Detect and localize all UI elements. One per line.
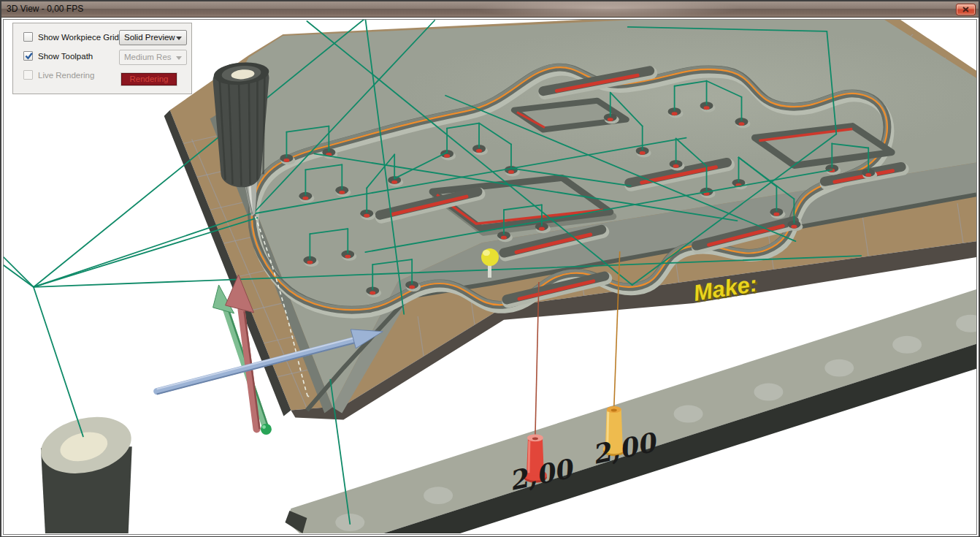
close-icon [962,7,969,12]
3d-scene: Make: Make: [4,20,976,534]
live-rendering-label: Live Rendering [38,70,94,80]
window-title: 3D View - 0,00 FPS [1,1,979,17]
title-bar[interactable]: 3D View - 0,00 FPS [1,1,979,18]
3d-view-window: 3D View - 0,00 FPS [0,0,980,537]
chevron-down-icon [176,56,182,60]
endmill-tool [35,408,137,533]
preview-mode-value: Solid Preview [124,33,175,42]
view-options-panel: Show Workpiece Grid Show Toolpath Live R… [12,23,192,94]
chevron-down-icon [176,37,182,40]
show-toolpath-checkbox[interactable] [23,51,33,61]
live-rendering-checkbox [23,70,33,80]
window-content: Make: Make: [1,18,979,536]
show-workpiece-grid-checkbox[interactable] [23,32,33,42]
check-icon [24,51,34,61]
preview-mode-dropdown[interactable]: Solid Preview [119,30,187,45]
rendering-button[interactable]: Rendering [120,72,177,86]
resolution-dropdown: Medium Res [119,50,187,65]
resolution-value: Medium Res [124,53,172,61]
3d-viewport[interactable]: Make: Make: [3,19,977,535]
show-workpiece-grid-label: Show Workpiece Grid [38,32,119,42]
show-toolpath-label: Show Toolpath [38,51,93,61]
close-button[interactable] [956,4,976,15]
